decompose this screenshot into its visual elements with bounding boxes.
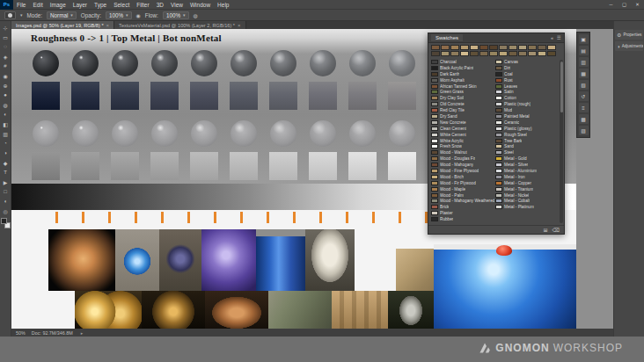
menu-type[interactable]: Type <box>91 0 110 10</box>
tab-close-icon[interactable]: × <box>238 23 241 28</box>
swatch-item[interactable]: Steel <box>495 149 560 156</box>
swatch-chip[interactable] <box>547 45 556 50</box>
close-icon[interactable]: ✕ <box>631 0 644 10</box>
path-selection-tool[interactable]: ▶ <box>1 177 11 186</box>
menu-window[interactable]: Window <box>187 0 214 10</box>
swatch-chip[interactable] <box>479 45 488 50</box>
menu-help[interactable]: Help <box>214 0 232 10</box>
swatch-chip[interactable] <box>441 45 450 50</box>
new-swatch-icon[interactable]: ⊞ <box>543 227 547 233</box>
menu-filter[interactable]: Filter <box>133 0 152 10</box>
swatch-item[interactable]: Metal - Gold <box>495 156 560 162</box>
zoom-tool[interactable]: ◎ <box>1 206 11 215</box>
swatch-item[interactable]: Metal - Aluminium <box>495 168 560 174</box>
flow-select[interactable]: 100% ▾ <box>163 11 189 19</box>
swatch-chip[interactable] <box>470 51 479 56</box>
swatch-chip[interactable] <box>450 45 459 50</box>
dodge-tool[interactable]: ◑ <box>1 148 11 157</box>
menu-select[interactable]: Select <box>110 0 133 10</box>
swatch-item[interactable]: Clean Cement <box>431 126 495 132</box>
swatches-panel-icon[interactable]: ▤ <box>579 46 589 55</box>
swatch-item[interactable]: Dry Clay Soil <box>431 95 495 101</box>
swatch-chip[interactable] <box>528 51 537 56</box>
libraries-panel-icon[interactable]: ▧ <box>579 80 589 90</box>
tab-images-psd[interactable]: Images.psd @ 50% (Layer 19, RGB/8) * × <box>11 21 114 29</box>
swatch-item[interactable]: Rubber <box>431 216 495 222</box>
swatch-item[interactable]: Tree Bark <box>495 138 560 144</box>
minimize-icon[interactable]: ─ <box>604 0 618 10</box>
swatch-item[interactable]: Satin <box>495 89 560 95</box>
swatch-item[interactable]: Cotton <box>495 95 560 101</box>
swatch-item[interactable]: Mud <box>495 107 560 113</box>
history-brush-tool[interactable]: ◐ <box>1 110 11 119</box>
tab-close-icon[interactable]: × <box>106 23 110 28</box>
swatch-chip[interactable] <box>518 45 527 50</box>
pressure-opacity-icon[interactable]: ◉ <box>136 12 141 18</box>
type-tool[interactable]: T <box>1 168 11 177</box>
swatch-item[interactable]: Sand <box>495 143 560 149</box>
swatch-chip[interactable] <box>489 45 498 50</box>
swatch-item[interactable]: White Acrylic <box>431 138 495 144</box>
swatch-item[interactable]: Wood - Mahogany <box>431 162 495 168</box>
swatch-item[interactable]: Dirt <box>495 65 560 71</box>
patterns-panel-icon[interactable]: ▦ <box>579 69 589 78</box>
swatch-item[interactable]: Plaster <box>431 210 495 216</box>
swatch-item[interactable]: Plastic (glossy) <box>495 126 560 132</box>
panel-collapse-icon[interactable]: « <box>551 35 553 40</box>
swatch-item[interactable]: Ceramic <box>495 119 560 126</box>
swatch-chip[interactable] <box>489 51 498 56</box>
maximize-icon[interactable]: ▢ <box>618 0 631 10</box>
swatch-chip[interactable] <box>547 51 556 56</box>
quick-selection-tool[interactable]: ◈ <box>1 52 11 61</box>
swatch-item[interactable]: African Tanned Skin <box>431 83 495 90</box>
color-panel-icon[interactable]: ▣ <box>579 34 589 44</box>
swatch-item[interactable]: Rust <box>495 77 560 83</box>
swatch-chip[interactable] <box>470 45 479 50</box>
channels-panel-icon[interactable]: ▩ <box>579 114 589 124</box>
swatch-chip[interactable] <box>499 51 508 56</box>
eraser-tool[interactable]: ◧ <box>1 119 11 128</box>
menu-3d[interactable]: 3D <box>153 0 167 10</box>
pen-tool[interactable]: ◆ <box>1 158 11 167</box>
swatch-chip[interactable] <box>538 51 546 56</box>
swatch-item[interactable]: Metal - Platinum <box>495 204 560 210</box>
airbrush-icon[interactable]: ◍ <box>194 12 198 18</box>
layers-panel-icon[interactable]: ≡ <box>579 103 589 112</box>
swatch-item[interactable]: Rough Steel <box>495 132 560 138</box>
swatch-item[interactable]: Dark Earth <box>431 71 495 77</box>
opacity-select[interactable]: 100% ▾ <box>106 11 132 19</box>
swatch-item[interactable]: Fresh Snow <box>431 143 495 149</box>
swatch-item[interactable]: Wood - Douglas Fir <box>431 156 495 162</box>
swatch-chip[interactable] <box>441 51 450 56</box>
swatch-item[interactable]: Wood - Fine Plywood <box>431 168 495 174</box>
paths-panel-icon[interactable]: ▨ <box>579 126 589 135</box>
healing-brush-tool[interactable]: ⊕ <box>1 81 11 90</box>
swatch-chip[interactable] <box>538 45 546 50</box>
swatch-item[interactable]: Green Grass <box>431 89 495 95</box>
swatch-chip[interactable] <box>509 45 517 50</box>
tab-texturesvsmaterial-psd[interactable]: TexturesVsMaterial.psd @ 100% (Layer 2, … <box>114 21 245 29</box>
swatch-chip[interactable] <box>499 45 508 50</box>
swatch-chip[interactable] <box>518 51 527 56</box>
marquee-tool[interactable]: ▭ <box>1 33 11 41</box>
swatch-item[interactable]: Charcoal <box>431 59 495 65</box>
swatch-item[interactable]: Wood - Walnut <box>431 149 495 156</box>
swatch-item[interactable]: Wood - Palm <box>431 192 495 199</box>
swatch-item[interactable]: Metal - Nickel <box>495 192 560 199</box>
panel-menu-icon[interactable]: ☰ <box>557 35 561 40</box>
swatch-item[interactable]: Metal - Iron <box>495 174 560 180</box>
properties-panel-button[interactable]: ⚙Properties <box>615 30 643 40</box>
swatch-item[interactable]: Red Clay Tile <box>431 107 495 113</box>
swatch-item[interactable]: Worn Asphalt <box>431 77 495 83</box>
blur-tool[interactable]: ◔ <box>1 139 11 148</box>
gradients-panel-icon[interactable]: ▥ <box>579 57 589 67</box>
menu-view[interactable]: View <box>167 0 187 10</box>
swatch-item[interactable]: Wood - Fir Plywood <box>431 180 495 186</box>
swatch-item[interactable]: Leaves <box>495 83 560 90</box>
foreground-color-swatch[interactable] <box>1 218 7 224</box>
history-panel-icon[interactable]: ↺ <box>579 91 589 101</box>
swatch-item[interactable]: Wood - Maple <box>431 186 495 192</box>
swatch-chip[interactable] <box>431 51 440 56</box>
swatch-item[interactable]: Black Acrylic Paint <box>431 65 495 71</box>
swatch-item[interactable]: New Concrete <box>431 119 495 126</box>
